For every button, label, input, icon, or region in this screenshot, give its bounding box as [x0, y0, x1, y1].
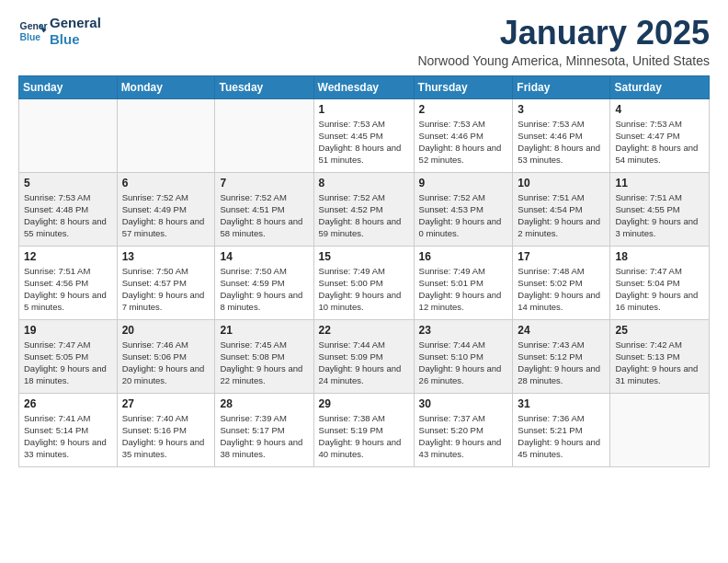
day-cell: 29Sunrise: 7:38 AM Sunset: 5:19 PM Dayli… — [313, 393, 414, 466]
day-cell: 15Sunrise: 7:49 AM Sunset: 5:00 PM Dayli… — [313, 246, 414, 319]
col-friday: Friday — [513, 75, 610, 98]
day-info: Sunrise: 7:53 AM Sunset: 4:47 PM Dayligh… — [615, 118, 704, 167]
col-sunday: Sunday — [19, 75, 118, 98]
day-cell: 12Sunrise: 7:51 AM Sunset: 4:56 PM Dayli… — [19, 246, 118, 319]
day-cell — [19, 98, 118, 172]
day-cell: 24Sunrise: 7:43 AM Sunset: 5:12 PM Dayli… — [513, 319, 610, 393]
day-info: Sunrise: 7:49 AM Sunset: 5:01 PM Dayligh… — [419, 265, 508, 314]
day-cell: 13Sunrise: 7:50 AM Sunset: 4:57 PM Dayli… — [117, 246, 215, 319]
title-block: January 2025 Norwood Young America, Minn… — [417, 15, 710, 68]
svg-text:Blue: Blue — [20, 32, 41, 42]
day-number: 8 — [319, 177, 409, 190]
calendar: Sunday Monday Tuesday Wednesday Thursday… — [18, 75, 710, 467]
day-number: 14 — [220, 250, 308, 263]
day-info: Sunrise: 7:47 AM Sunset: 5:05 PM Dayligh… — [24, 339, 112, 387]
day-info: Sunrise: 7:36 AM Sunset: 5:21 PM Dayligh… — [518, 412, 605, 461]
day-number: 25 — [615, 324, 704, 337]
day-cell: 20Sunrise: 7:46 AM Sunset: 5:06 PM Dayli… — [117, 319, 215, 393]
day-info: Sunrise: 7:39 AM Sunset: 5:17 PM Dayligh… — [220, 412, 308, 461]
day-number: 24 — [518, 324, 605, 337]
day-info: Sunrise: 7:51 AM Sunset: 4:54 PM Dayligh… — [518, 191, 605, 240]
day-info: Sunrise: 7:53 AM Sunset: 4:48 PM Dayligh… — [24, 191, 112, 240]
day-number: 18 — [615, 250, 704, 263]
day-cell: 30Sunrise: 7:37 AM Sunset: 5:20 PM Dayli… — [414, 393, 513, 466]
logo-text: General Blue — [50, 15, 101, 48]
day-cell: 22Sunrise: 7:44 AM Sunset: 5:09 PM Dayli… — [313, 319, 414, 393]
day-cell — [215, 98, 313, 172]
day-info: Sunrise: 7:37 AM Sunset: 5:20 PM Dayligh… — [419, 412, 508, 461]
col-thursday: Thursday — [414, 75, 513, 98]
day-info: Sunrise: 7:53 AM Sunset: 4:46 PM Dayligh… — [518, 118, 605, 167]
col-saturday: Saturday — [610, 75, 710, 98]
day-number: 15 — [319, 250, 409, 263]
day-info: Sunrise: 7:49 AM Sunset: 5:00 PM Dayligh… — [319, 265, 409, 314]
col-monday: Monday — [117, 75, 215, 98]
day-cell: 10Sunrise: 7:51 AM Sunset: 4:54 PM Dayli… — [513, 172, 610, 246]
day-cell: 21Sunrise: 7:45 AM Sunset: 5:08 PM Dayli… — [215, 319, 313, 393]
day-cell: 1Sunrise: 7:53 AM Sunset: 4:45 PM Daylig… — [313, 98, 414, 172]
day-info: Sunrise: 7:48 AM Sunset: 5:02 PM Dayligh… — [518, 265, 605, 314]
day-cell: 16Sunrise: 7:49 AM Sunset: 5:01 PM Dayli… — [414, 246, 513, 319]
col-tuesday: Tuesday — [215, 75, 313, 98]
day-number: 9 — [419, 177, 508, 190]
day-number: 11 — [615, 177, 704, 190]
day-number: 21 — [220, 324, 308, 337]
day-number: 6 — [122, 177, 210, 190]
week-row-2: 5Sunrise: 7:53 AM Sunset: 4:48 PM Daylig… — [19, 172, 710, 246]
day-number: 5 — [24, 177, 112, 190]
header: General Blue General Blue January 2025 N… — [18, 15, 710, 68]
day-cell: 31Sunrise: 7:36 AM Sunset: 5:21 PM Dayli… — [513, 393, 610, 466]
day-cell: 4Sunrise: 7:53 AM Sunset: 4:47 PM Daylig… — [610, 98, 710, 172]
day-cell: 3Sunrise: 7:53 AM Sunset: 4:46 PM Daylig… — [513, 98, 610, 172]
day-number: 31 — [518, 397, 605, 410]
day-number: 7 — [220, 177, 308, 190]
day-cell: 28Sunrise: 7:39 AM Sunset: 5:17 PM Dayli… — [215, 393, 313, 466]
day-info: Sunrise: 7:51 AM Sunset: 4:56 PM Dayligh… — [24, 265, 112, 314]
day-number: 23 — [419, 324, 508, 337]
day-info: Sunrise: 7:52 AM Sunset: 4:49 PM Dayligh… — [122, 191, 210, 240]
day-number: 26 — [24, 397, 112, 410]
day-number: 17 — [518, 250, 605, 263]
day-info: Sunrise: 7:53 AM Sunset: 4:46 PM Dayligh… — [419, 118, 508, 167]
day-number: 29 — [319, 397, 409, 410]
week-row-1: 1Sunrise: 7:53 AM Sunset: 4:45 PM Daylig… — [19, 98, 710, 172]
day-number: 3 — [518, 103, 605, 116]
month-title: January 2025 — [417, 15, 710, 52]
day-info: Sunrise: 7:45 AM Sunset: 5:08 PM Dayligh… — [220, 339, 308, 387]
day-cell: 8Sunrise: 7:52 AM Sunset: 4:52 PM Daylig… — [313, 172, 414, 246]
day-info: Sunrise: 7:41 AM Sunset: 5:14 PM Dayligh… — [24, 412, 112, 461]
day-number: 20 — [122, 324, 210, 337]
day-number: 10 — [518, 177, 605, 190]
day-info: Sunrise: 7:52 AM Sunset: 4:53 PM Dayligh… — [419, 191, 508, 240]
day-cell: 25Sunrise: 7:42 AM Sunset: 5:13 PM Dayli… — [610, 319, 710, 393]
day-info: Sunrise: 7:50 AM Sunset: 4:59 PM Dayligh… — [220, 265, 308, 314]
day-number: 1 — [319, 103, 409, 116]
day-info: Sunrise: 7:51 AM Sunset: 4:55 PM Dayligh… — [615, 191, 704, 240]
day-info: Sunrise: 7:43 AM Sunset: 5:12 PM Dayligh… — [518, 339, 605, 387]
day-number: 4 — [615, 103, 704, 116]
logo: General Blue General Blue — [18, 15, 101, 48]
day-info: Sunrise: 7:42 AM Sunset: 5:13 PM Dayligh… — [615, 339, 704, 387]
day-number: 27 — [122, 397, 210, 410]
day-cell: 7Sunrise: 7:52 AM Sunset: 4:51 PM Daylig… — [215, 172, 313, 246]
logo-icon: General Blue — [18, 17, 48, 46]
day-cell: 11Sunrise: 7:51 AM Sunset: 4:55 PM Dayli… — [610, 172, 710, 246]
day-cell: 14Sunrise: 7:50 AM Sunset: 4:59 PM Dayli… — [215, 246, 313, 319]
day-cell: 6Sunrise: 7:52 AM Sunset: 4:49 PM Daylig… — [117, 172, 215, 246]
day-cell — [117, 98, 215, 172]
day-info: Sunrise: 7:52 AM Sunset: 4:51 PM Dayligh… — [220, 191, 308, 240]
day-cell: 17Sunrise: 7:48 AM Sunset: 5:02 PM Dayli… — [513, 246, 610, 319]
day-cell: 26Sunrise: 7:41 AM Sunset: 5:14 PM Dayli… — [19, 393, 118, 466]
week-row-3: 12Sunrise: 7:51 AM Sunset: 4:56 PM Dayli… — [19, 246, 710, 319]
day-info: Sunrise: 7:53 AM Sunset: 4:45 PM Dayligh… — [319, 118, 409, 167]
location: Norwood Young America, Minnesota, United… — [417, 53, 710, 68]
day-cell: 9Sunrise: 7:52 AM Sunset: 4:53 PM Daylig… — [414, 172, 513, 246]
header-row: Sunday Monday Tuesday Wednesday Thursday… — [19, 75, 710, 98]
day-number: 30 — [419, 397, 508, 410]
day-number: 2 — [419, 103, 508, 116]
day-cell: 27Sunrise: 7:40 AM Sunset: 5:16 PM Dayli… — [117, 393, 215, 466]
day-info: Sunrise: 7:38 AM Sunset: 5:19 PM Dayligh… — [319, 412, 409, 461]
day-number: 19 — [24, 324, 112, 337]
week-row-5: 26Sunrise: 7:41 AM Sunset: 5:14 PM Dayli… — [19, 393, 710, 466]
week-row-4: 19Sunrise: 7:47 AM Sunset: 5:05 PM Dayli… — [19, 319, 710, 393]
